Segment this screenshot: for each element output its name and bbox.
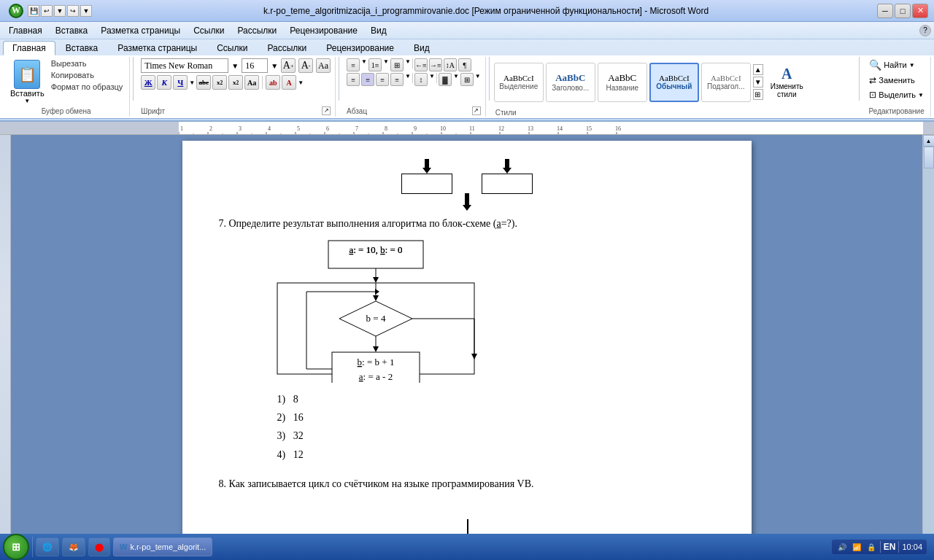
shading-button[interactable]: ▓ xyxy=(439,73,452,86)
undo-icon[interactable]: ↩ xyxy=(41,5,53,17)
menu-home[interactable]: Главная xyxy=(3,24,48,37)
font-shrink-button[interactable]: A- xyxy=(298,58,313,73)
font-name-input[interactable]: Times New Roman xyxy=(141,58,228,73)
window-controls[interactable]: ─ □ ✕ xyxy=(877,4,928,18)
taskbar-btn-antivirus[interactable]: ⬤ xyxy=(88,537,110,556)
sort-button[interactable]: ↕A xyxy=(444,58,457,71)
strikethrough-button[interactable]: abc xyxy=(196,75,211,90)
increase-indent-button[interactable]: →≡ xyxy=(429,58,442,71)
line-spacing-dropdown[interactable]: ▼ xyxy=(429,73,435,86)
multilevel-list-button[interactable]: ⊞ xyxy=(390,58,404,71)
find-dropdown[interactable]: ▼ xyxy=(909,62,915,69)
select-button[interactable]: ⊡ Выделить ▼ xyxy=(867,89,926,101)
menu-insert[interactable]: Вставка xyxy=(50,24,94,37)
cut-button[interactable]: Вырезать xyxy=(49,58,126,69)
close-button[interactable]: ✕ xyxy=(912,4,928,18)
bullet-list-button[interactable]: ≡ xyxy=(347,58,360,71)
style-heading1[interactable]: AaBbC Заголово... xyxy=(546,63,595,102)
superscript-button[interactable]: x2 xyxy=(228,75,243,90)
borders-dropdown[interactable]: ▼ xyxy=(475,73,481,86)
style-selection[interactable]: AaBbCcI Выделение xyxy=(494,63,544,102)
find-button[interactable]: 🔍 Найти ▼ xyxy=(867,58,916,71)
justify-dropdown[interactable]: ▼ xyxy=(405,73,411,86)
lang-indicator[interactable]: EN xyxy=(884,542,896,552)
paste-button[interactable]: 📋 Вставить ▼ xyxy=(7,58,47,106)
styles-scroll[interactable]: ▲ ▼ ⊞ xyxy=(753,64,763,100)
style-title[interactable]: AaBbC Название xyxy=(598,63,647,102)
subscript-button[interactable]: x2 xyxy=(212,75,227,90)
font-size-dropdown[interactable]: ▼ xyxy=(271,62,278,70)
bold-button[interactable]: Ж xyxy=(141,75,155,90)
change-styles-button[interactable]: A Изменить стили xyxy=(765,64,808,100)
font-size-input[interactable]: 16 xyxy=(242,58,268,73)
justify-button[interactable]: ≡ xyxy=(390,73,404,86)
save-icon[interactable]: 💾 xyxy=(28,5,39,17)
customize-icon[interactable]: ▼ xyxy=(80,5,92,17)
change-case-button[interactable]: Aa xyxy=(244,75,259,90)
numbered-list-button[interactable]: 1≡ xyxy=(368,58,382,71)
tray-network-icon[interactable]: 🔊 xyxy=(836,541,848,553)
menu-view[interactable]: Вид xyxy=(365,24,393,37)
taskbar-btn-browser1[interactable]: 🌐 xyxy=(36,537,59,556)
paragraph-dialog-launcher[interactable]: ↗ xyxy=(472,106,481,115)
office-button[interactable]: W xyxy=(9,4,23,18)
tab-references[interactable]: Ссылки xyxy=(207,41,257,55)
align-center-button[interactable]: ≡ xyxy=(361,73,374,86)
align-right-button[interactable]: ≡ xyxy=(376,73,389,86)
format-painter-button[interactable]: Формат по образцу xyxy=(49,82,126,92)
font-name-dropdown[interactable]: ▼ xyxy=(231,62,239,70)
font-color-dropdown[interactable]: ▼ xyxy=(298,79,304,86)
line-spacing-button[interactable]: ↕ xyxy=(414,73,428,86)
styles-expand[interactable]: ⊞ xyxy=(753,89,763,100)
tab-home[interactable]: Главная xyxy=(3,41,55,55)
tray-volume-icon[interactable]: 📶 xyxy=(851,541,862,553)
taskbar-btn-firefox[interactable]: 🦊 xyxy=(62,537,85,556)
tab-insert[interactable]: Вставка xyxy=(56,41,108,55)
paste-dropdown[interactable]: ▼ xyxy=(24,98,30,104)
bullet-dropdown[interactable]: ▼ xyxy=(361,58,367,71)
clear-format-button[interactable]: Aa xyxy=(316,58,331,73)
replace-button[interactable]: ⇄ Заменить xyxy=(867,74,916,86)
numbered-dropdown[interactable]: ▼ xyxy=(383,58,389,71)
font-grow-button[interactable]: A+ xyxy=(281,58,296,73)
undo-dropdown-icon[interactable]: ▼ xyxy=(54,5,66,17)
underline-button[interactable]: Ч xyxy=(173,75,188,90)
borders-button[interactable]: ⊞ xyxy=(460,73,474,86)
style-subtitle[interactable]: AaBbCcI Подзагол... xyxy=(701,63,751,102)
right-scrollbar[interactable]: ▲ ▼ xyxy=(922,135,934,558)
italic-button[interactable]: К xyxy=(157,75,171,90)
select-dropdown[interactable]: ▼ xyxy=(918,92,924,98)
menu-references[interactable]: Ссылки xyxy=(188,24,230,37)
tab-page-layout[interactable]: Разметка страницы xyxy=(108,41,207,55)
document-scroll-area[interactable]: 7. Определите результат выполнения алгор… xyxy=(11,135,922,558)
align-left-button[interactable]: ≡ xyxy=(347,73,360,86)
shading-dropdown[interactable]: ▼ xyxy=(453,73,459,86)
tab-view[interactable]: Вид xyxy=(404,41,439,55)
minimize-button[interactable]: ─ xyxy=(877,4,893,18)
scroll-thumb[interactable] xyxy=(924,147,934,168)
multilevel-dropdown[interactable]: ▼ xyxy=(405,58,411,71)
scroll-up-button[interactable]: ▲ xyxy=(923,135,935,147)
style-normal[interactable]: AaBbCcI Обычный xyxy=(649,63,699,102)
styles-up[interactable]: ▲ xyxy=(753,64,763,75)
font-color-button[interactable]: A xyxy=(282,75,296,90)
decrease-indent-button[interactable]: ←≡ xyxy=(414,58,428,71)
tab-mailings[interactable]: Рассылки xyxy=(258,41,316,55)
help-icon[interactable]: ? xyxy=(919,25,931,36)
menu-page-layout[interactable]: Разметка страницы xyxy=(95,24,186,37)
copy-button[interactable]: Копировать xyxy=(49,70,126,80)
menu-mailings[interactable]: Рассылки xyxy=(231,24,282,37)
tray-security-icon[interactable]: 🔒 xyxy=(865,541,877,553)
scroll-track[interactable] xyxy=(923,147,935,546)
start-button[interactable]: ⊞ xyxy=(3,534,29,560)
quick-access-toolbar[interactable]: W 💾 ↩ ▼ ↪ ▼ xyxy=(6,4,95,18)
highlight-button[interactable]: ab xyxy=(266,75,280,90)
menu-review[interactable]: Рецензирование xyxy=(284,24,363,37)
restore-button[interactable]: □ xyxy=(895,4,911,18)
tab-review[interactable]: Рецензирование xyxy=(317,41,404,55)
font-dialog-launcher[interactable]: ↗ xyxy=(322,106,331,115)
styles-down[interactable]: ▼ xyxy=(753,77,763,88)
taskbar-btn-word[interactable]: W k.r-po_teme_algorit... xyxy=(113,537,212,556)
show-marks-button[interactable]: ¶ xyxy=(458,58,471,71)
redo-icon[interactable]: ↪ xyxy=(67,5,79,17)
